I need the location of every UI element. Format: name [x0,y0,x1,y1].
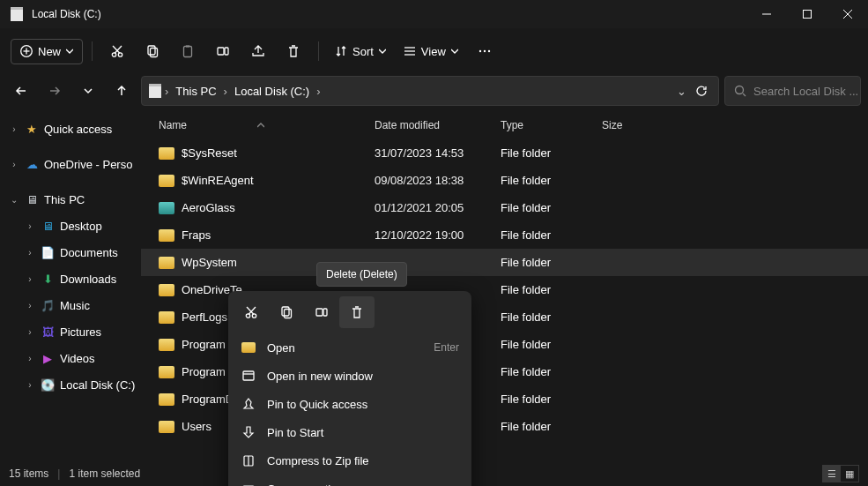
svg-rect-16 [186,46,189,48]
delete-button[interactable] [278,35,309,67]
back-button[interactable] [7,77,35,105]
view-icon [404,45,416,57]
table-row[interactable]: AeroGlass01/12/2021 20:05File folder [141,194,868,221]
address-bar[interactable]: › This PC › Local Disk (C:) › ⌄ [141,76,719,106]
cut-icon [110,44,124,58]
table-row[interactable]: Fraps12/10/2022 19:00File folder [141,221,868,249]
column-size[interactable]: Size [602,119,664,131]
svg-rect-15 [184,47,192,57]
sidebar-item-music[interactable]: ›🎵Music [5,293,141,319]
context-item-open-in-new-window[interactable]: Open in new window [228,362,471,390]
maximize-button[interactable] [787,0,827,28]
chevron-down-icon [379,48,386,55]
history-chevron-icon[interactable]: ⌄ [671,85,692,98]
svg-point-30 [252,314,256,318]
svg-point-27 [736,86,744,94]
context-copy-button[interactable] [269,296,304,328]
details-view-button[interactable]: ☰ [823,466,841,482]
up-button[interactable] [108,77,136,105]
more-button[interactable] [469,35,501,67]
context-cut-button[interactable] [234,296,269,328]
share-button[interactable] [242,35,274,67]
recent-button[interactable] [74,77,102,105]
cloud-icon: ☁ [25,158,39,172]
column-type[interactable]: Type [501,119,602,131]
icons-view-button[interactable]: ▦ [841,466,858,482]
chevron-right-icon: › [220,85,231,98]
file-type: File folder [501,365,602,378]
cut-icon [244,305,258,319]
sort-label: Sort [352,45,374,58]
context-item-pin-to-quick-access[interactable]: Pin to Quick access [228,390,471,418]
paste-icon [181,44,195,58]
folder-icon [159,175,174,187]
table-row[interactable]: WpSystemFile folder [141,249,868,276]
app-icon [11,7,23,21]
sidebar-item-downloads[interactable]: ›⬇Downloads [5,266,141,293]
search-placeholder: Search Local Disk ... [753,85,858,98]
rename-button[interactable] [207,35,239,67]
svg-rect-18 [225,48,228,55]
column-name[interactable]: Name [159,119,375,131]
folder-icon [159,393,174,406]
sidebar-item-pictures[interactable]: ›🖼Pictures [5,319,141,346]
file-name: AeroGlass [182,201,235,214]
sidebar-item-onedrive[interactable]: › ☁ OneDrive - Perso [5,152,141,178]
path-icon [241,482,256,486]
sidebar-item-this-pc[interactable]: ⌄ 🖥 This PC [5,187,141,213]
ellipsis-icon [478,44,492,58]
search-input[interactable]: Search Local Disk ... [724,76,861,106]
breadcrumb-this-pc[interactable]: This PC [172,85,219,98]
svg-rect-34 [285,310,292,318]
context-item-label: Open [267,341,295,355]
cut-button[interactable] [101,35,133,67]
context-item-open[interactable]: OpenEnter [228,333,471,362]
music-icon: 🎵 [41,299,55,313]
context-item-label: Compress to Zip file [267,454,369,467]
svg-rect-17 [218,48,224,55]
trash-icon [286,44,300,58]
minimize-button[interactable] [746,0,787,28]
chevron-right-icon: › [25,241,35,265]
share-icon [251,44,265,58]
new-button[interactable]: New [11,39,83,64]
context-item-label: Pin to Quick access [267,398,367,411]
forward-button[interactable] [41,77,69,105]
command-bar: New Sort View [0,28,868,74]
sidebar-item-label: Desktop [60,214,102,239]
sidebar-item-label: Pictures [60,320,101,345]
column-date[interactable]: Date modified [375,119,501,131]
sidebar-item-local-disk-c-[interactable]: ›💽Local Disk (C:) [5,372,141,399]
sidebar-item-quick-access[interactable]: › ★ Quick access [5,116,141,143]
svg-rect-1 [11,7,23,10]
paste-button[interactable] [172,35,204,67]
column-headers: Name Date modified Type Size [141,111,868,139]
sidebar-item-label: Quick access [44,117,112,142]
sort-button[interactable]: Sort [328,40,393,64]
context-item-compress-to-zip-file[interactable]: Compress to Zip file [228,446,471,475]
table-row[interactable]: $WinREAgent09/08/2023 18:38File folder [141,167,868,194]
sidebar-item-label: Music [60,294,90,318]
sidebar-item-label: OneDrive - Perso [44,153,132,177]
file-type: File folder [501,228,602,242]
sidebar-item-videos[interactable]: ›▶Videos [5,346,141,372]
sidebar-item-desktop[interactable]: ›🖥Desktop [5,213,141,240]
view-button[interactable]: View [397,40,465,64]
context-rename-button[interactable] [304,296,339,328]
copy-icon [279,305,293,319]
refresh-button[interactable] [692,85,711,97]
context-item-copy-as-path[interactable]: Copy as path [228,475,471,486]
context-delete-button[interactable] [339,296,375,328]
copy-button[interactable] [137,35,168,67]
context-item-pin-to-start[interactable]: Pin to Start [228,418,471,446]
sidebar-item-documents[interactable]: ›📄Documents [5,240,141,266]
file-name: Users [182,420,211,433]
table-row[interactable]: $SysReset31/07/2023 14:53File folder [141,139,868,167]
file-type: File folder [501,283,602,296]
folder-icon [159,147,174,160]
svg-rect-37 [243,371,254,380]
doc-icon: 📄 [41,246,55,260]
breadcrumb-drive[interactable]: Local Disk (C:) [231,85,313,98]
close-button[interactable] [827,0,868,28]
svg-rect-3 [804,11,812,19]
